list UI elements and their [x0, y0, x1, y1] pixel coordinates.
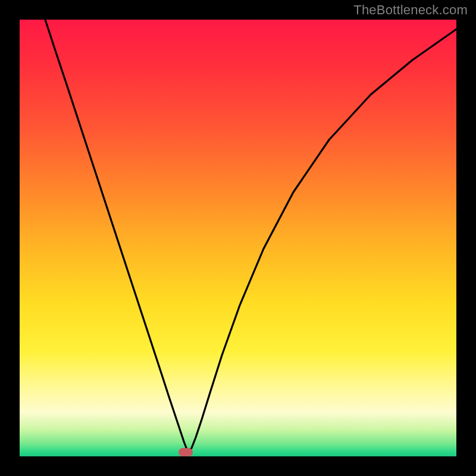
- watermark-text: TheBottleneck.com: [353, 2, 468, 18]
- curve-minimum-marker: [178, 448, 193, 456]
- chart-frame: TheBottleneck.com: [0, 0, 476, 476]
- bottleneck-curve: [20, 20, 456, 456]
- plot-area: [20, 20, 456, 456]
